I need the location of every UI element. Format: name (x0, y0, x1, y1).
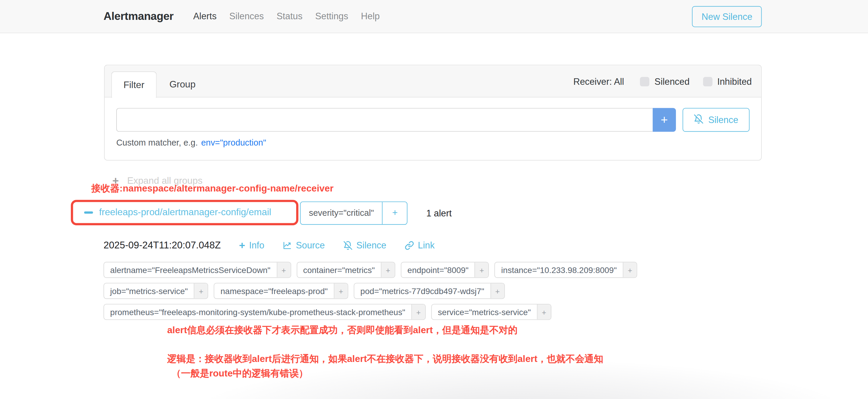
nav-item-help[interactable]: Help (361, 11, 380, 21)
alert-start-time: 2025-09-24T11:20:07.048Z (103, 240, 221, 251)
label-add-filter-button[interactable]: + (277, 262, 290, 277)
label-text: container="metrics" (297, 262, 381, 277)
label-text: service="metrics-service" (432, 304, 537, 319)
label-pill: instance="10.233.98.209:8009" + (494, 262, 637, 278)
label-text: namespace="freeleaps-prod" (214, 283, 334, 298)
label-text: instance="10.233.98.209:8009" (495, 262, 623, 277)
alert-labels: alertname="FreeleapsMetricsServiceDown" … (103, 262, 723, 325)
silenced-checkbox[interactable] (640, 77, 650, 86)
label-pill: endpoint="8009" + (401, 262, 489, 278)
label-pill: alertname="FreeleapsMetricsServiceDown" … (103, 262, 291, 278)
group-matcher-chip: severity="critical" + (300, 202, 408, 225)
alert-link-label: Link (418, 240, 435, 250)
hint-text: Custom matcher, e.g. (116, 138, 198, 147)
silence-from-filter-button[interactable]: Silence (683, 108, 750, 132)
annotation-logic-note: （一般是route中的逻辑有错误） (167, 366, 603, 381)
label-add-filter-button[interactable]: + (334, 283, 348, 298)
group-matcher-add-button[interactable]: + (382, 202, 407, 224)
label-pill: namespace="freeleaps-prod" + (214, 283, 348, 299)
bell-slash-icon (694, 114, 704, 126)
matcher-input-group: + Silence (116, 108, 749, 132)
label-text: pod="metrics-77d9cdb497-wdsj7" (354, 283, 490, 298)
alert-count: 1 alert (426, 202, 452, 225)
label-add-filter-button[interactable]: + (194, 283, 208, 298)
label-text: prometheus="freeleaps-monitoring-system/… (104, 304, 411, 319)
alertmanager-page: Alertmanager Alerts Silences Status Sett… (0, 0, 868, 399)
alert-generator-link[interactable]: Link (405, 240, 435, 250)
nav-item-alerts[interactable]: Alerts (193, 11, 217, 21)
annotation-logic-line: 逻辑是：接收器收到alert后进行通知，如果alert不在接收器下，说明接收器没… (167, 352, 603, 367)
receiver-group-link[interactable]: freeleaps-prod/alertmanager-config/email (99, 207, 271, 218)
tab-group[interactable]: Group (158, 71, 207, 98)
group-matcher-label: severity="critical" (301, 202, 382, 224)
label-add-filter-button[interactable]: + (475, 262, 489, 277)
alert-info-label: Info (249, 240, 264, 250)
alert-header-row: 2025-09-24T11:20:07.048Z + Info Source (103, 240, 435, 251)
label-add-filter-button[interactable]: + (490, 283, 504, 298)
label-text: endpoint="8009" (401, 262, 475, 277)
annotation-config-success: alert信息必须在接收器下才表示配置成功，否则即使能看到alert，但是通知是… (167, 324, 518, 336)
silence-button-label: Silence (708, 115, 738, 125)
nav-links: Alerts Silences Status Settings Help (187, 11, 386, 21)
plus-icon: + (239, 240, 245, 250)
filter-card-body: + Silence Custom matcher, e.g.env="produ… (105, 97, 761, 148)
label-pill: service="metrics-service" + (431, 304, 551, 320)
chain-link-icon (405, 241, 414, 250)
receiver-filter-label[interactable]: Receiver: All (573, 76, 624, 87)
app-brand[interactable]: Alertmanager (103, 10, 174, 23)
receiver-group-highlight-box: freeleaps-prod/alertmanager-config/email (71, 200, 299, 225)
label-add-filter-button[interactable]: + (537, 304, 551, 319)
alert-silence-label: Silence (356, 240, 386, 250)
navbar: Alertmanager Alerts Silences Status Sett… (0, 0, 868, 33)
label-row: prometheus="freeleaps-monitoring-system/… (103, 304, 723, 320)
matcher-input[interactable] (116, 108, 653, 132)
alert-source-label: Source (296, 240, 325, 250)
annotation-logic: 逻辑是：接收器收到alert后进行通知，如果alert不在接收器下，说明接收器没… (167, 352, 603, 381)
label-add-filter-button[interactable]: + (381, 262, 395, 277)
label-add-filter-button[interactable]: + (411, 304, 425, 319)
label-row: job="metrics-service" + namespace="freel… (103, 283, 723, 299)
bell-slash-icon (343, 241, 352, 250)
label-pill: job="metrics-service" + (103, 283, 208, 299)
annotation-receiver-format: 接收器:namespace/altermanager-config-name/r… (91, 182, 334, 195)
alert-silence-button[interactable]: Silence (343, 240, 386, 250)
label-row: alertname="FreeleapsMetricsServiceDown" … (103, 262, 723, 278)
filter-card: Filter Group Receiver: All Silenced Inhi… (104, 65, 762, 160)
inhibited-label[interactable]: Inhibited (717, 76, 752, 87)
matcher-hint: Custom matcher, e.g.env="production" (116, 138, 749, 148)
chart-line-icon (282, 241, 292, 250)
alert-info-button[interactable]: + Info (239, 240, 264, 250)
nav-item-status[interactable]: Status (277, 11, 302, 21)
label-pill: pod="metrics-77d9cdb497-wdsj7" + (354, 283, 504, 299)
label-pill: prometheus="freeleaps-monitoring-system/… (103, 304, 426, 320)
tab-filter[interactable]: Filter (111, 71, 157, 98)
nav-item-settings[interactable]: Settings (315, 11, 348, 21)
label-text: job="metrics-service" (104, 283, 194, 298)
add-matcher-button[interactable]: + (653, 108, 676, 132)
label-pill: container="metrics" + (297, 262, 395, 278)
collapse-minus-icon[interactable] (84, 211, 93, 213)
inhibited-checkbox[interactable] (703, 77, 712, 86)
new-silence-button[interactable]: New Silence (692, 6, 762, 27)
filter-card-header: Filter Group Receiver: All Silenced Inhi… (105, 65, 761, 97)
label-add-filter-button[interactable]: + (623, 262, 637, 277)
hint-example-link[interactable]: env="production" (201, 138, 266, 147)
alert-source-link[interactable]: Source (282, 240, 324, 250)
silenced-label[interactable]: Silenced (655, 76, 689, 87)
filter-options: Receiver: All Silenced Inhibited (573, 65, 752, 97)
label-text: alertname="FreeleapsMetricsServiceDown" (104, 262, 277, 277)
nav-item-silences[interactable]: Silences (229, 11, 264, 21)
